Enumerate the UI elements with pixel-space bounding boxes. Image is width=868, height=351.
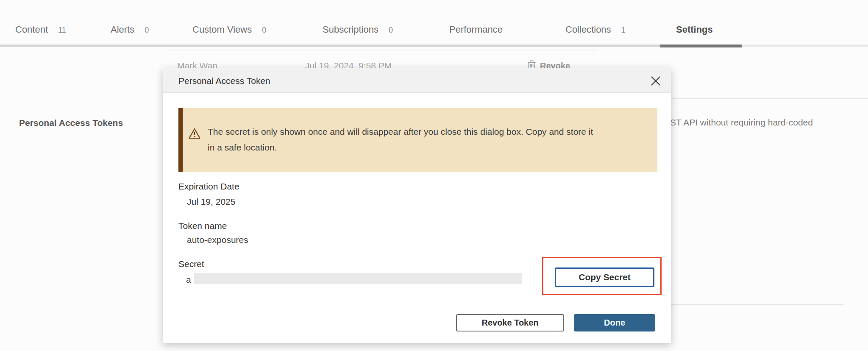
done-button[interactable]: Done (574, 314, 655, 332)
table-row-divider (169, 50, 598, 50)
tab-label: Performance (449, 24, 503, 35)
section-description-text: ST API without requiring hard-coded (670, 117, 813, 128)
dialog-title: Personal Access Token (178, 76, 270, 86)
revoke-token-button[interactable]: Revoke Token (456, 314, 564, 332)
section-label-personal-access-tokens: Personal Access Tokens (19, 118, 123, 128)
secret-visible-value: a (186, 275, 191, 285)
close-icon[interactable] (650, 75, 662, 87)
tab-collections[interactable]: Collections 1 (565, 24, 626, 35)
dialog-header: Personal Access Token (163, 68, 671, 93)
tab-label: Custom Views (192, 24, 252, 35)
tab-performance[interactable]: Performance (449, 24, 503, 35)
section-divider (661, 98, 868, 99)
tabbar-bottom-border (0, 45, 660, 47)
tab-label: Content (15, 24, 48, 35)
tab-custom-views[interactable]: Custom Views 0 (192, 24, 266, 35)
tab-settings[interactable]: Settings (676, 24, 713, 35)
active-tab-underline (660, 45, 742, 47)
tab-label: Settings (676, 24, 713, 35)
tab-count-badge: 0 (145, 26, 149, 35)
tab-label: Collections (565, 24, 611, 35)
section-divider (661, 304, 843, 305)
tab-count-badge: 11 (58, 26, 66, 35)
personal-access-token-dialog: Personal Access Token The secret is only… (163, 68, 671, 343)
copy-secret-button[interactable]: Copy Secret (555, 267, 654, 287)
token-name-label: Token name (178, 221, 227, 231)
tab-count-badge: 0 (389, 26, 393, 35)
tab-count-badge: 0 (262, 26, 266, 35)
tab-alerts[interactable]: Alerts 0 (111, 24, 149, 35)
tabbar-bottom-border (742, 45, 868, 47)
token-name-value: auto-exposures (187, 235, 248, 245)
warning-message: The secret is only shown once and will d… (208, 124, 602, 155)
tab-label: Subscriptions (323, 24, 378, 35)
tab-subscriptions[interactable]: Subscriptions 0 (323, 24, 393, 35)
tab-content[interactable]: Content 11 (15, 24, 66, 35)
secret-masked-bar (194, 273, 522, 284)
secret-label: Secret (178, 259, 204, 269)
expiration-date-label: Expiration Date (178, 181, 239, 192)
tab-label: Alerts (111, 24, 134, 35)
warning-banner: The secret is only shown once and will d… (178, 108, 657, 172)
expiration-date-value: Jul 19, 2025 (187, 197, 235, 207)
tab-count-badge: 1 (621, 26, 626, 35)
warning-icon (188, 128, 201, 139)
